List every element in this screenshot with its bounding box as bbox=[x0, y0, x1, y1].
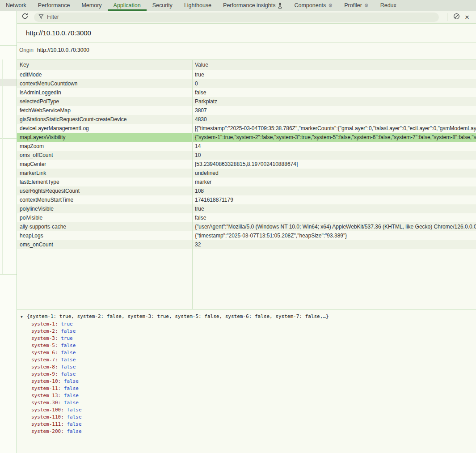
row-key: ally-supports-cache bbox=[17, 224, 192, 230]
row-value: 32 bbox=[192, 241, 476, 248]
tab-performance-insights[interactable]: Performance insights bbox=[217, 0, 288, 11]
preview-entries: system-1: truesystem-2: falsesystem-3: t… bbox=[17, 321, 476, 435]
table-row[interactable]: mapCenter[53.23940863328815,8.1970024108… bbox=[17, 160, 476, 169]
table-row[interactable]: editModetrue bbox=[17, 70, 476, 79]
preview-entry-value: false bbox=[64, 400, 79, 406]
preview-entry-key: system-11: bbox=[31, 385, 64, 391]
preview-summary[interactable]: ▼{system-1: true, system-2: false, syste… bbox=[17, 313, 476, 321]
tab-security[interactable]: Security bbox=[147, 0, 178, 11]
row-value: 1741618871179 bbox=[192, 197, 476, 203]
tab-label: Performance bbox=[38, 2, 70, 8]
clear-storage-button[interactable] bbox=[451, 12, 462, 22]
row-key: mapCenter bbox=[17, 161, 192, 167]
table-row[interactable]: oms_onCount32 bbox=[17, 240, 476, 249]
tab-memory[interactable]: Memory bbox=[76, 0, 107, 11]
table-row[interactable]: fetchWebServiceMap3807 bbox=[17, 106, 476, 115]
preview-entry: system-11: false bbox=[17, 385, 476, 392]
preview-entry: system-5: false bbox=[17, 342, 476, 349]
row-value: {"system-1":true,"system-2":false,"syste… bbox=[192, 134, 476, 140]
preview-entry-key: system-111: bbox=[31, 421, 67, 427]
row-value: false bbox=[192, 215, 476, 221]
preview-entry-value: false bbox=[61, 343, 76, 348]
filter-input[interactable] bbox=[47, 14, 434, 20]
tab-profiler[interactable]: Profiler⚙ bbox=[338, 0, 374, 11]
preview-entry-value: false bbox=[64, 378, 79, 384]
row-value: 4830 bbox=[192, 116, 476, 123]
table-row[interactable]: deviceLayerManagementLog[{"timestamp":"2… bbox=[17, 124, 476, 133]
table-row[interactable]: mapLayersVisibility{"system-1":true,"sys… bbox=[17, 133, 476, 142]
preview-entry-value: false bbox=[64, 393, 79, 398]
preview-entry-key: system-2: bbox=[31, 328, 61, 334]
preview-entry: system-10: false bbox=[17, 378, 476, 385]
refresh-button[interactable] bbox=[20, 12, 30, 22]
row-key: userRightsRequestCount bbox=[17, 188, 192, 194]
block-icon bbox=[453, 13, 460, 21]
preview-entry-value: false bbox=[61, 371, 76, 377]
table-row[interactable]: heapLogs{"timestamp":"2025-03-07T13:51:0… bbox=[17, 231, 476, 240]
table-row[interactable]: ally-supports-cache{"userAgent":"Mozilla… bbox=[17, 222, 476, 231]
preview-entry: system-110: false bbox=[17, 414, 476, 421]
table-row[interactable]: markerLinkundefined bbox=[17, 169, 476, 178]
table-row[interactable]: selectedPoiTypeParkplatz bbox=[17, 97, 476, 106]
column-header-key[interactable]: Key bbox=[17, 62, 192, 68]
tab-label: Components bbox=[294, 2, 326, 8]
application-sidebar bbox=[0, 11, 17, 453]
sidebar-tree-line bbox=[2, 59, 3, 274]
tab-label: Redux bbox=[380, 2, 396, 8]
filter-funnel-icon bbox=[38, 13, 44, 21]
row-key: polylineVisible bbox=[17, 206, 192, 212]
table-row[interactable]: isAdminLoggedInfalse bbox=[17, 88, 476, 97]
tab-components[interactable]: Components⚙ bbox=[288, 0, 338, 11]
preview-entry-key: system-30: bbox=[31, 400, 64, 406]
row-key: mapZoom bbox=[17, 143, 192, 149]
tab-network[interactable]: Network bbox=[0, 0, 32, 11]
preview-entry-key: system-8: bbox=[31, 364, 61, 370]
row-value: {"userAgent":"Mozilla/5.0 (Windows NT 10… bbox=[192, 224, 476, 230]
origin-row: Origin http://10.10.0.70:3000 bbox=[17, 43, 476, 57]
table-row[interactable]: lastElementTypemarker bbox=[17, 178, 476, 186]
row-value: 108 bbox=[192, 188, 476, 194]
tab-label: Performance insights bbox=[223, 2, 275, 8]
row-key: heapLogs bbox=[17, 233, 192, 239]
row-key: deviceLayerManagementLog bbox=[17, 125, 192, 131]
row-value: Parkplatz bbox=[192, 98, 476, 105]
preview-entry-key: system-6: bbox=[31, 350, 61, 356]
tab-performance[interactable]: Performance bbox=[32, 0, 76, 11]
table-row[interactable]: gisStationsStaticRequestCount-createDevi… bbox=[17, 115, 476, 124]
column-header-value[interactable]: Value bbox=[192, 62, 476, 68]
table-row[interactable]: contextMenuCountdown0 bbox=[17, 79, 476, 88]
row-value: undefined bbox=[192, 170, 476, 176]
preview-entry-key: system-110: bbox=[31, 414, 67, 420]
table-row[interactable]: contextMenuStartTime1741618871179 bbox=[17, 195, 476, 204]
table-row[interactable]: polylineVisibletrue bbox=[17, 204, 476, 213]
preview-entry-key: system-7: bbox=[31, 357, 61, 363]
tab-label: Memory bbox=[81, 2, 101, 8]
table-row[interactable]: oms_offCount10 bbox=[17, 151, 476, 160]
preview-entry-key: system-200: bbox=[31, 428, 67, 434]
preview-entry: system-8: false bbox=[17, 364, 476, 371]
table-row[interactable]: userRightsRequestCount108 bbox=[17, 186, 476, 195]
tab-redux[interactable]: Redux bbox=[375, 0, 402, 11]
refresh-icon bbox=[21, 13, 29, 21]
close-button[interactable]: × bbox=[462, 12, 472, 22]
tab-label: Application bbox=[114, 2, 141, 8]
row-key: contextMenuStartTime bbox=[17, 197, 192, 203]
close-icon: × bbox=[465, 13, 469, 21]
preview-entry: system-1: true bbox=[17, 321, 476, 328]
tab-label: Security bbox=[152, 2, 173, 8]
preview-entry: system-9: false bbox=[17, 371, 476, 378]
table-row[interactable]: poiVisiblefalse bbox=[17, 213, 476, 222]
storage-rows: editModetruecontextMenuCountdown0isAdmin… bbox=[17, 70, 476, 249]
preview-entry: system-30: false bbox=[17, 399, 476, 406]
preview-entry-value: true bbox=[61, 321, 73, 327]
preview-entry-key: system-100: bbox=[31, 407, 67, 413]
preview-entry-key: system-13: bbox=[31, 393, 64, 398]
preview-entry-value: false bbox=[61, 350, 76, 356]
preview-entry-key: system-5: bbox=[31, 343, 61, 348]
table-row[interactable]: mapZoom14 bbox=[17, 142, 476, 151]
tab-lighthouse[interactable]: Lighthouse bbox=[178, 0, 217, 11]
tab-application[interactable]: Application bbox=[108, 0, 147, 11]
tab-label: Profiler bbox=[344, 2, 362, 8]
preview-entry: system-3: true bbox=[17, 335, 476, 342]
gear-icon: ⚙ bbox=[364, 3, 369, 8]
